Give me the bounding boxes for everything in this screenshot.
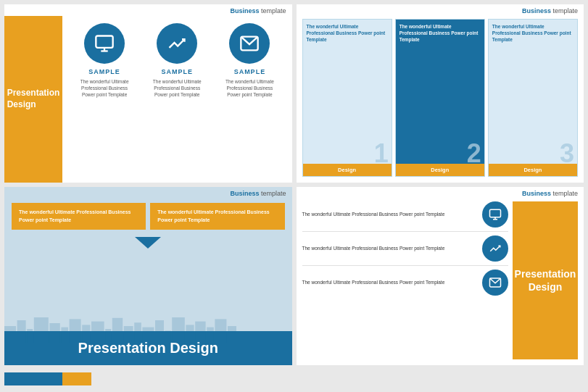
slide2-header: Business template bbox=[297, 4, 584, 16]
slide-1: Business template Presentation Design SA bbox=[4, 4, 292, 183]
slide4-list: The wonderful Ultimate Professional Busi… bbox=[302, 201, 509, 359]
slide1-body: Presentation Design SAMPLE The wonderful… bbox=[4, 16, 292, 183]
slide2-body: The wonderful Ultimate Professional Busi… bbox=[297, 16, 584, 183]
slide1-sample3-label: SAMPLE bbox=[234, 68, 266, 75]
slide3-card1-text: The wonderful Ultimate Professional Busi… bbox=[19, 209, 138, 224]
slide4-icon3 bbox=[482, 270, 508, 296]
slide2-card2-number: 2 bbox=[467, 141, 481, 167]
svg-rect-19 bbox=[165, 330, 171, 343]
slide4-row-1: The wonderful Ultimate Professional Busi… bbox=[302, 201, 509, 232]
svg-rect-25 bbox=[228, 326, 236, 343]
svg-rect-21 bbox=[186, 325, 194, 343]
svg-rect-12 bbox=[91, 322, 104, 343]
slide-2: Business template The wonderful Ultimate… bbox=[297, 4, 584, 183]
slide2-card3-number: 3 bbox=[560, 141, 574, 167]
slide2-header-regular: template bbox=[551, 7, 578, 14]
slide3-header-bold: Business bbox=[230, 190, 259, 197]
cityscape-icon bbox=[4, 314, 236, 343]
svg-rect-17 bbox=[142, 328, 154, 343]
slide3-card2-text: The wonderful Ultimate Professional Busi… bbox=[157, 209, 277, 224]
mail-icon-2 bbox=[489, 276, 502, 289]
slide4-row1-text: The wonderful Ultimate Professional Busi… bbox=[302, 211, 479, 217]
svg-rect-4 bbox=[4, 326, 16, 343]
slide3-arrow-icon bbox=[135, 237, 161, 249]
bottom-thumb-blue bbox=[4, 372, 62, 385]
svg-rect-15 bbox=[124, 326, 133, 343]
slide2-card-3: The wonderful Ultimate Professional Busi… bbox=[488, 19, 578, 177]
slide-4: Business template The wonderful Ultimate… bbox=[297, 187, 584, 365]
svg-rect-8 bbox=[49, 323, 59, 343]
slide1-header-bold: Business bbox=[230, 7, 259, 14]
chart-icon-2 bbox=[489, 242, 502, 255]
slide1-sample1-label: SAMPLE bbox=[88, 68, 120, 75]
slide2-card3-top: The wonderful Ultimate Professional Busi… bbox=[489, 20, 577, 164]
svg-rect-9 bbox=[61, 328, 68, 343]
svg-rect-10 bbox=[70, 319, 81, 343]
mail-icon bbox=[239, 33, 260, 54]
slide2-card-1: The wonderful Ultimate Professional Busi… bbox=[302, 19, 392, 177]
bottom-thumb-1[interactable] bbox=[4, 372, 91, 385]
slide2-card3-text: The wonderful Ultimate Professional Busi… bbox=[492, 23, 573, 43]
slide1-sample2-text: The wonderful Ultimate Professional Busi… bbox=[148, 78, 206, 98]
svg-rect-14 bbox=[112, 318, 123, 343]
slide1-circle-1 bbox=[84, 23, 125, 64]
slide2-card2-text: The wonderful Ultimate Professional Busi… bbox=[399, 23, 481, 43]
svg-rect-16 bbox=[134, 322, 141, 343]
slide3-card-1: The wonderful Ultimate Professional Busi… bbox=[12, 203, 146, 230]
slide2-header-bold: Business bbox=[522, 7, 551, 14]
slide1-samples: SAMPLE The wonderful Ultimate Profession… bbox=[62, 16, 292, 183]
svg-rect-18 bbox=[155, 320, 164, 343]
slide3-header-regular: template bbox=[259, 190, 286, 197]
slide4-header-bold: Business bbox=[522, 190, 551, 197]
svg-rect-26 bbox=[490, 209, 501, 217]
slide2-card1-number: 1 bbox=[374, 141, 389, 167]
svg-rect-6 bbox=[27, 329, 33, 343]
slide4-row3-text: The wonderful Ultimate Professional Busi… bbox=[302, 279, 479, 285]
slide1-left-box: Presentation Design bbox=[4, 16, 62, 183]
slide1-sample1-text: The wonderful Ultimate Professional Busi… bbox=[75, 78, 133, 98]
slide-3: Business template The wonderful Ultimate… bbox=[4, 187, 292, 365]
svg-rect-22 bbox=[195, 322, 205, 343]
slide1-header: Business template bbox=[4, 4, 292, 16]
main-grid: Business template Presentation Design SA bbox=[0, 0, 588, 370]
bottom-thumbnail-bar bbox=[0, 370, 588, 388]
slide3-top-cards: The wonderful Ultimate Professional Busi… bbox=[4, 199, 292, 234]
slide4-body: The wonderful Ultimate Professional Busi… bbox=[297, 199, 584, 365]
slide1-sample-1: SAMPLE The wonderful Ultimate Profession… bbox=[75, 23, 133, 98]
slide1-sample-2: SAMPLE The wonderful Ultimate Profession… bbox=[148, 23, 206, 98]
monitor-icon-2 bbox=[489, 208, 502, 221]
slide1-header-regular: template bbox=[259, 7, 286, 14]
slide4-header-regular: template bbox=[551, 190, 578, 197]
svg-rect-5 bbox=[17, 320, 26, 343]
slide3-header: Business template bbox=[4, 187, 292, 199]
slide1-sample2-label: SAMPLE bbox=[161, 68, 193, 75]
slide3-body: The wonderful Ultimate Professional Busi… bbox=[4, 199, 292, 365]
slide4-header: Business template bbox=[297, 187, 584, 199]
svg-rect-0 bbox=[96, 36, 112, 48]
slide4-icon1 bbox=[482, 201, 508, 228]
slide1-sample3-text: The wonderful Ultimate Professional Busi… bbox=[220, 78, 278, 98]
slide4-right-box: Presentation Design bbox=[513, 201, 578, 359]
monitor-icon bbox=[94, 33, 115, 54]
slide4-row-3: The wonderful Ultimate Professional Busi… bbox=[302, 270, 509, 299]
svg-rect-20 bbox=[172, 317, 185, 343]
slide4-icon2 bbox=[482, 235, 508, 262]
slide2-card-2: The wonderful Ultimate Professional Busi… bbox=[395, 19, 485, 177]
chart-icon bbox=[167, 33, 187, 54]
bottom-thumb-orange bbox=[62, 372, 91, 385]
slide2-card1-top: The wonderful Ultimate Professional Busi… bbox=[303, 20, 392, 164]
svg-rect-23 bbox=[207, 328, 214, 343]
slide1-sample-3: SAMPLE The wonderful Ultimate Profession… bbox=[220, 23, 278, 98]
slide1-circle-2 bbox=[157, 23, 197, 64]
slide3-arrow-row bbox=[4, 237, 292, 249]
svg-rect-13 bbox=[105, 329, 111, 343]
slide2-card2-top: The wonderful Ultimate Professional Busi… bbox=[396, 20, 484, 164]
slide1-title: Presentation Design bbox=[7, 88, 60, 110]
svg-rect-11 bbox=[82, 325, 90, 343]
slide1-circle-3 bbox=[229, 23, 270, 64]
svg-rect-24 bbox=[215, 319, 226, 343]
slide2-card1-text: The wonderful Ultimate Professional Busi… bbox=[307, 23, 388, 43]
slide4-row-2: The wonderful Ultimate Professional Busi… bbox=[302, 235, 509, 266]
slide4-row2-text: The wonderful Ultimate Professional Busi… bbox=[302, 245, 479, 251]
slide3-card-2: The wonderful Ultimate Professional Busi… bbox=[150, 203, 284, 230]
